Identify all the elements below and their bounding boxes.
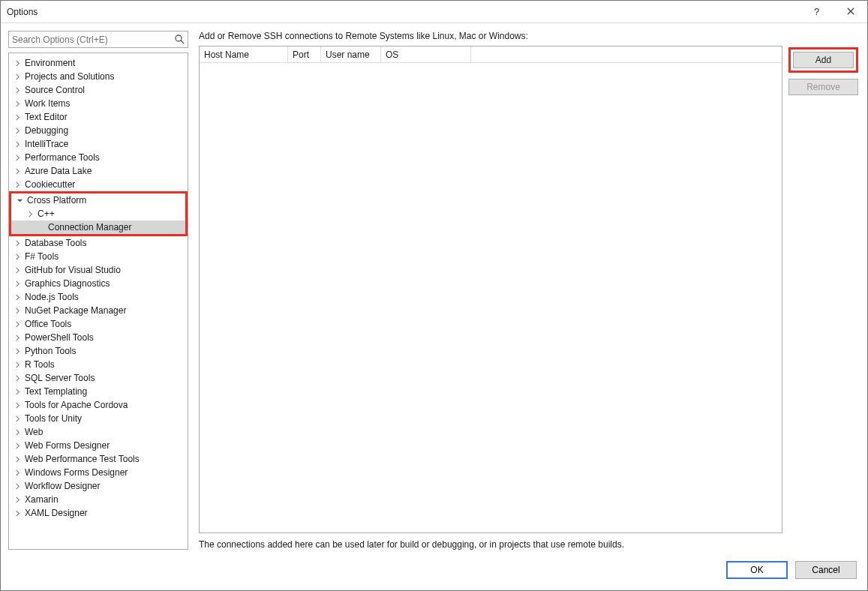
add-button[interactable]: Add: [793, 52, 854, 68]
chevron-right-icon: [14, 347, 22, 356]
chevron-right-icon: [14, 496, 22, 504]
tree-item-web[interactable]: Web: [9, 425, 188, 439]
chevron-right-icon: [14, 266, 22, 274]
chevron-down-icon: [16, 196, 24, 205]
tree-item-r-tools[interactable]: R Tools: [9, 358, 188, 371]
chevron-right-icon: [14, 86, 22, 94]
chevron-right-icon: [14, 361, 22, 369]
options-tree[interactable]: EnvironmentProjects and SolutionsSource …: [8, 52, 188, 550]
tree-item-powershell-tools[interactable]: PowerShell Tools: [9, 331, 188, 344]
tree-item-environment[interactable]: Environment: [9, 56, 188, 70]
svg-point-0: [176, 35, 182, 41]
ok-button[interactable]: OK: [726, 561, 788, 579]
tree-item-xamarin[interactable]: Xamarin: [9, 493, 188, 506]
highlighted-tree-section: Cross Platform C++ Connection Manager: [9, 191, 188, 236]
tree-item-github-for-visual-studio[interactable]: GitHub for Visual Studio: [9, 263, 188, 277]
chevron-right-icon: [14, 73, 22, 81]
tree-item-xaml-designer[interactable]: XAML Designer: [9, 506, 188, 520]
chevron-right-icon: [14, 469, 22, 477]
help-button[interactable]: ?: [800, 1, 833, 23]
tree-item-tools-for-unity[interactable]: Tools for Unity: [9, 412, 188, 425]
tree-item-intellitrace[interactable]: IntelliTrace: [9, 137, 188, 151]
search-box[interactable]: [8, 31, 188, 48]
chevron-right-icon: [14, 401, 22, 410]
chevron-right-icon: [14, 59, 22, 68]
tree-item-f-tools[interactable]: F# Tools: [9, 250, 188, 263]
tree-item-work-items[interactable]: Work Items: [9, 97, 188, 110]
close-button[interactable]: [833, 1, 867, 23]
add-button-highlight: Add: [788, 47, 858, 73]
chevron-right-icon: [14, 482, 22, 490]
tree-item-workflow-designer[interactable]: Workflow Designer: [9, 479, 188, 493]
tree-item-database-tools[interactable]: Database Tools: [9, 236, 188, 250]
tree-label: F# Tools: [25, 251, 59, 262]
tree-label: Tools for Apache Cordova: [25, 400, 128, 410]
column-header-host[interactable]: Host Name: [200, 46, 288, 62]
tree-item-web-performance-test-tools[interactable]: Web Performance Test Tools: [9, 452, 188, 466]
tree-item-tools-for-apache-cordova[interactable]: Tools for Apache Cordova: [9, 398, 188, 412]
tree-item-azure-data-lake[interactable]: Azure Data Lake: [9, 164, 188, 178]
tree-label: Web Forms Designer: [25, 440, 110, 451]
tree-item-projects-and-solutions[interactable]: Projects and Solutions: [9, 70, 188, 83]
tree-label: Python Tools: [25, 346, 77, 356]
cancel-button[interactable]: Cancel: [795, 561, 857, 579]
tree-item-python-tools[interactable]: Python Tools: [9, 344, 188, 358]
tree-item-cross-platform[interactable]: Cross Platform: [11, 194, 185, 207]
tree-item-cookiecutter[interactable]: Cookiecutter: [9, 178, 188, 191]
tree-item-cpp[interactable]: C++: [11, 207, 185, 220]
tree-item-connection-manager[interactable]: Connection Manager: [11, 220, 185, 234]
tree-item-text-editor[interactable]: Text Editor: [9, 110, 188, 124]
window-title: Options: [7, 7, 38, 17]
tree-label: Tools for Unity: [25, 413, 82, 424]
chevron-right-icon: [14, 455, 22, 464]
tree-label: XAML Designer: [25, 508, 88, 518]
tree-label: Web: [25, 427, 43, 437]
tree-label: Web Performance Test Tools: [25, 454, 140, 464]
chevron-right-icon: [14, 100, 22, 108]
tree-item-text-templating[interactable]: Text Templating: [9, 385, 188, 398]
chevron-right-icon: [14, 113, 22, 122]
tree-label: GitHub for Visual Studio: [25, 265, 121, 275]
tree-label: Cookiecutter: [25, 179, 75, 190]
panel-description: Add or Remove SSH connections to Remote …: [199, 31, 858, 41]
tree-item-sql-server-tools[interactable]: SQL Server Tools: [9, 371, 188, 385]
close-icon: [847, 6, 854, 17]
tree-item-source-control[interactable]: Source Control: [9, 83, 188, 97]
options-main-panel: Add or Remove SSH connections to Remote …: [199, 31, 858, 550]
chevron-right-icon: [14, 154, 22, 162]
tree-label: Xamarin: [25, 494, 59, 505]
chevron-right-icon: [14, 374, 22, 382]
column-header-user[interactable]: User name: [321, 46, 381, 62]
tree-label: Node.js Tools: [25, 292, 79, 302]
tree-label: Azure Data Lake: [25, 166, 92, 176]
column-header-spacer: [471, 46, 782, 62]
tree-label: SQL Server Tools: [25, 373, 95, 383]
column-header-port[interactable]: Port: [288, 46, 321, 62]
tree-label: IntelliTrace: [25, 139, 68, 149]
tree-item-performance-tools[interactable]: Performance Tools: [9, 151, 188, 164]
grid-side-buttons: Add Remove: [788, 46, 858, 533]
tree-label: Windows Forms Designer: [25, 467, 128, 478]
chevron-right-icon: [14, 415, 22, 423]
tree-label: Debugging: [25, 125, 68, 136]
tree-item-web-forms-designer[interactable]: Web Forms Designer: [9, 439, 188, 452]
tree-item-office-tools[interactable]: Office Tools: [9, 317, 188, 331]
tree-label: Projects and Solutions: [25, 71, 114, 82]
column-header-os[interactable]: OS: [381, 46, 471, 62]
tree-item-windows-forms-designer[interactable]: Windows Forms Designer: [9, 466, 188, 479]
tree-item-graphics-diagnostics[interactable]: Graphics Diagnostics: [9, 277, 188, 290]
tree-label: Source Control: [25, 85, 85, 95]
tree-label: Office Tools: [25, 319, 71, 329]
search-input[interactable]: [9, 32, 188, 47]
tree-item-node-js-tools[interactable]: Node.js Tools: [9, 290, 188, 304]
tree-item-nuget-package-manager[interactable]: NuGet Package Manager: [9, 304, 188, 317]
remove-button[interactable]: Remove: [788, 79, 858, 95]
chevron-right-icon: [14, 293, 22, 302]
tree-label: Text Editor: [25, 112, 68, 122]
connections-grid[interactable]: Host Name Port User name OS: [199, 46, 782, 533]
tree-label: PowerShell Tools: [25, 332, 94, 343]
chevron-right-icon: [14, 307, 22, 315]
help-icon: ?: [814, 6, 819, 17]
chevron-right-icon: [14, 442, 22, 450]
tree-item-debugging[interactable]: Debugging: [9, 124, 188, 137]
